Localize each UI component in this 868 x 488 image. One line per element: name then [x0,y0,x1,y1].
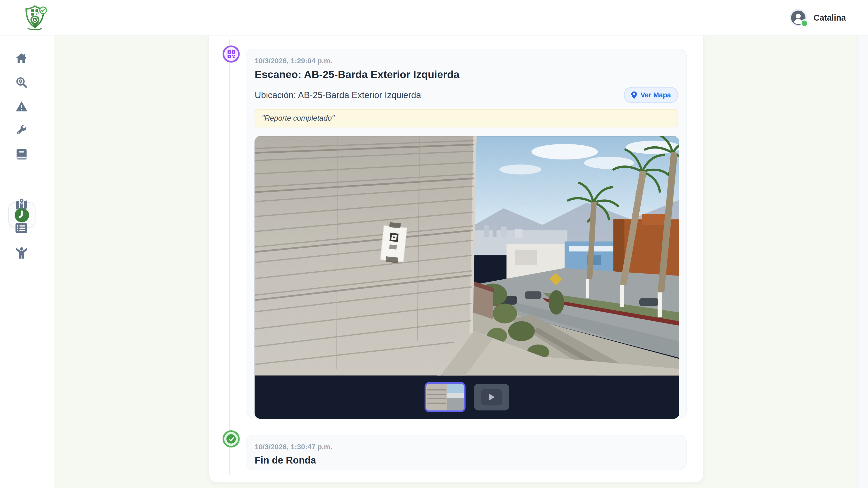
app-root: Catalina [0,0,868,488]
timeline-marker-check [223,430,240,448]
search-location-icon [16,76,27,88]
alert-triangle-icon [15,101,27,112]
check-circle-icon [226,434,236,444]
event-note: "Reporte completado" [254,109,678,127]
media-strip [254,375,679,419]
scrollbar-track[interactable] [857,35,868,488]
video-thumbnail[interactable] [474,384,509,410]
wrench-icon [16,124,27,136]
sidebar-item-map[interactable] [0,193,42,215]
sidebar-item-home[interactable] [0,47,42,69]
event-title: Escaneo: AB-25-Barda Exterior Izquierda [254,68,678,81]
timeline-panel: 10/3/2026, 1:29:04 p.m. Escaneo: AB-25-B… [209,35,703,482]
user-menu[interactable]: Catalina [789,8,846,26]
view-map-label: Ver Mapa [641,91,671,99]
photo-thumbnail-selected[interactable] [425,382,465,412]
timeline-event-scan: 10/3/2026, 1:29:04 p.m. Escaneo: AB-25-B… [246,49,687,418]
top-header: Catalina [0,0,868,35]
qr-code-icon [227,50,235,58]
media-viewer [254,136,679,419]
book-icon [16,149,27,160]
play-icon [487,393,496,402]
timeline-line [229,39,230,475]
sidebar-item-logbook[interactable] [0,144,42,165]
event-timestamp: 10/3/2026, 1:29:04 p.m. [254,57,678,65]
event-title: Fin de Ronda [254,455,678,466]
sidebar-item-reports-list[interactable] [0,217,42,239]
map-pin-icon [631,91,637,99]
check-icon [228,437,234,441]
sidebar-item-search-locations[interactable] [0,71,42,93]
app-logo[interactable] [22,4,49,31]
qr-shield-logo-icon [23,4,48,31]
person-icon [16,247,27,258]
sidebar-item-guards[interactable] [0,242,42,264]
user-name: Catalina [813,13,846,22]
online-status-dot [800,19,808,27]
avatar [789,8,807,26]
timeline-event-end: 10/3/2026, 1:30:47 p.m. Fin de Ronda [246,435,687,470]
sidebar-item-tools[interactable] [0,119,42,141]
patrol-photo[interactable] [254,136,679,375]
list-icon [16,223,27,233]
sidebar-item-alerts[interactable] [0,95,42,117]
view-map-button[interactable]: Ver Mapa [624,87,678,103]
home-icon [16,53,27,64]
timeline-marker-qr-scan [223,45,240,62]
event-timestamp: 10/3/2026, 1:30:47 p.m. [254,443,678,451]
map-location-icon [15,198,27,210]
event-location: Ubicación: AB-25-Barda Exterior Izquierd… [254,90,421,100]
sidebar-nav [0,35,43,488]
